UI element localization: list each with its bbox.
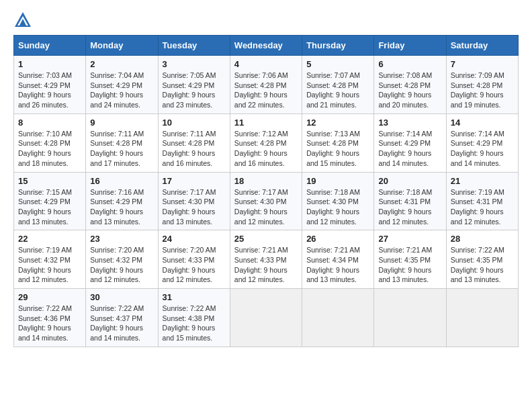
logo-icon <box>13 11 32 30</box>
calendar-cell: 25Sunrise: 7:21 AMSunset: 4:33 PMDayligh… <box>230 230 302 289</box>
day-number: 23 <box>90 234 153 244</box>
day-info: Sunrise: 7:22 AMSunset: 4:37 PMDaylight:… <box>90 304 153 343</box>
calendar-cell: 9Sunrise: 7:11 AMSunset: 4:28 PMDaylight… <box>86 113 158 172</box>
calendar-cell: 4Sunrise: 7:06 AMSunset: 4:28 PMDaylight… <box>230 56 302 114</box>
day-number: 15 <box>18 176 81 186</box>
day-info: Sunrise: 7:04 AMSunset: 4:29 PMDaylight:… <box>90 71 153 110</box>
calendar-cell: 23Sunrise: 7:20 AMSunset: 4:32 PMDayligh… <box>86 230 158 289</box>
day-info: Sunrise: 7:21 AMSunset: 4:33 PMDaylight:… <box>234 245 298 285</box>
day-number: 21 <box>451 176 514 186</box>
calendar-cell: 3Sunrise: 7:05 AMSunset: 4:29 PMDaylight… <box>158 56 230 114</box>
day-info: Sunrise: 7:17 AMSunset: 4:30 PMDaylight:… <box>163 187 226 227</box>
day-number: 18 <box>234 176 298 186</box>
day-number: 6 <box>378 59 441 69</box>
weekday-header-thursday: Thursday <box>302 36 374 56</box>
day-number: 30 <box>90 292 153 302</box>
calendar-cell <box>446 289 518 347</box>
day-number: 12 <box>306 118 369 128</box>
calendar-cell: 26Sunrise: 7:21 AMSunset: 4:34 PMDayligh… <box>302 230 374 289</box>
day-number: 8 <box>18 118 81 128</box>
weekday-header-tuesday: Tuesday <box>158 36 230 56</box>
day-info: Sunrise: 7:21 AMSunset: 4:34 PMDaylight:… <box>306 245 369 285</box>
calendar-week-row: 29Sunrise: 7:22 AMSunset: 4:36 PMDayligh… <box>14 289 519 347</box>
day-info: Sunrise: 7:21 AMSunset: 4:35 PMDaylight:… <box>378 245 441 285</box>
day-info: Sunrise: 7:12 AMSunset: 4:28 PMDaylight:… <box>234 129 298 169</box>
calendar-cell <box>302 289 374 347</box>
day-info: Sunrise: 7:14 AMSunset: 4:29 PMDaylight:… <box>378 129 441 169</box>
calendar-cell: 29Sunrise: 7:22 AMSunset: 4:36 PMDayligh… <box>14 289 86 347</box>
weekday-header-wednesday: Wednesday <box>230 36 302 56</box>
day-info: Sunrise: 7:22 AMSunset: 4:36 PMDaylight:… <box>18 304 81 343</box>
day-info: Sunrise: 7:18 AMSunset: 4:30 PMDaylight:… <box>306 187 369 227</box>
calendar-week-row: 22Sunrise: 7:19 AMSunset: 4:32 PMDayligh… <box>14 230 519 289</box>
day-number: 24 <box>163 234 226 244</box>
day-info: Sunrise: 7:16 AMSunset: 4:29 PMDaylight:… <box>90 187 153 227</box>
day-number: 4 <box>234 59 298 69</box>
day-number: 1 <box>18 59 81 69</box>
day-info: Sunrise: 7:10 AMSunset: 4:28 PMDaylight:… <box>18 129 81 169</box>
calendar-cell: 24Sunrise: 7:20 AMSunset: 4:33 PMDayligh… <box>158 230 230 289</box>
calendar-cell: 30Sunrise: 7:22 AMSunset: 4:37 PMDayligh… <box>86 289 158 347</box>
calendar-cell: 5Sunrise: 7:07 AMSunset: 4:28 PMDaylight… <box>302 56 374 114</box>
weekday-header-saturday: Saturday <box>446 36 518 56</box>
day-info: Sunrise: 7:13 AMSunset: 4:28 PMDaylight:… <box>306 129 369 169</box>
day-info: Sunrise: 7:15 AMSunset: 4:29 PMDaylight:… <box>18 187 81 227</box>
calendar-cell: 18Sunrise: 7:17 AMSunset: 4:30 PMDayligh… <box>230 172 302 230</box>
day-number: 13 <box>378 118 441 128</box>
calendar-cell <box>374 289 446 347</box>
calendar-cell: 19Sunrise: 7:18 AMSunset: 4:30 PMDayligh… <box>302 172 374 230</box>
day-info: Sunrise: 7:14 AMSunset: 4:29 PMDaylight:… <box>451 129 514 169</box>
calendar-cell: 10Sunrise: 7:11 AMSunset: 4:28 PMDayligh… <box>158 113 230 172</box>
weekday-header-row: SundayMondayTuesdayWednesdayThursdayFrid… <box>14 36 519 56</box>
day-number: 10 <box>163 118 226 128</box>
day-info: Sunrise: 7:20 AMSunset: 4:32 PMDaylight:… <box>90 245 153 285</box>
calendar-cell: 14Sunrise: 7:14 AMSunset: 4:29 PMDayligh… <box>446 113 518 172</box>
calendar-table: SundayMondayTuesdayWednesdayThursdayFrid… <box>13 35 519 347</box>
calendar-week-row: 15Sunrise: 7:15 AMSunset: 4:29 PMDayligh… <box>14 172 519 230</box>
header <box>13 11 519 30</box>
day-info: Sunrise: 7:09 AMSunset: 4:28 PMDaylight:… <box>451 71 514 110</box>
logo <box>13 11 35 30</box>
day-info: Sunrise: 7:05 AMSunset: 4:29 PMDaylight:… <box>163 71 226 110</box>
day-number: 27 <box>378 234 441 244</box>
day-number: 5 <box>306 59 369 69</box>
calendar-cell: 2Sunrise: 7:04 AMSunset: 4:29 PMDaylight… <box>86 56 158 114</box>
day-number: 7 <box>451 59 514 69</box>
calendar-cell: 7Sunrise: 7:09 AMSunset: 4:28 PMDaylight… <box>446 56 518 114</box>
day-info: Sunrise: 7:18 AMSunset: 4:31 PMDaylight:… <box>378 187 441 227</box>
calendar-cell: 20Sunrise: 7:18 AMSunset: 4:31 PMDayligh… <box>374 172 446 230</box>
day-info: Sunrise: 7:11 AMSunset: 4:28 PMDaylight:… <box>90 129 153 169</box>
calendar-week-row: 8Sunrise: 7:10 AMSunset: 4:28 PMDaylight… <box>14 113 519 172</box>
calendar-week-row: 1Sunrise: 7:03 AMSunset: 4:29 PMDaylight… <box>14 56 519 114</box>
calendar-cell: 22Sunrise: 7:19 AMSunset: 4:32 PMDayligh… <box>14 230 86 289</box>
calendar-cell: 28Sunrise: 7:22 AMSunset: 4:35 PMDayligh… <box>446 230 518 289</box>
day-number: 28 <box>451 234 514 244</box>
day-number: 2 <box>90 59 153 69</box>
calendar-cell: 6Sunrise: 7:08 AMSunset: 4:28 PMDaylight… <box>374 56 446 114</box>
day-number: 3 <box>163 59 226 69</box>
day-info: Sunrise: 7:19 AMSunset: 4:31 PMDaylight:… <box>451 187 514 227</box>
calendar-cell: 17Sunrise: 7:17 AMSunset: 4:30 PMDayligh… <box>158 172 230 230</box>
calendar-cell: 16Sunrise: 7:16 AMSunset: 4:29 PMDayligh… <box>86 172 158 230</box>
day-number: 16 <box>90 176 153 186</box>
day-number: 22 <box>18 234 81 244</box>
day-number: 19 <box>306 176 369 186</box>
weekday-header-friday: Friday <box>374 36 446 56</box>
day-number: 31 <box>163 292 226 302</box>
calendar-cell <box>230 289 302 347</box>
calendar-cell: 1Sunrise: 7:03 AMSunset: 4:29 PMDaylight… <box>14 56 86 114</box>
calendar-cell: 21Sunrise: 7:19 AMSunset: 4:31 PMDayligh… <box>446 172 518 230</box>
day-info: Sunrise: 7:08 AMSunset: 4:28 PMDaylight:… <box>378 71 441 110</box>
weekday-header-sunday: Sunday <box>14 36 86 56</box>
day-info: Sunrise: 7:19 AMSunset: 4:32 PMDaylight:… <box>18 245 81 285</box>
day-number: 11 <box>234 118 298 128</box>
day-info: Sunrise: 7:06 AMSunset: 4:28 PMDaylight:… <box>234 71 298 110</box>
calendar-cell: 15Sunrise: 7:15 AMSunset: 4:29 PMDayligh… <box>14 172 86 230</box>
calendar-cell: 12Sunrise: 7:13 AMSunset: 4:28 PMDayligh… <box>302 113 374 172</box>
day-number: 25 <box>234 234 298 244</box>
day-info: Sunrise: 7:11 AMSunset: 4:28 PMDaylight:… <box>163 129 226 169</box>
calendar-cell: 11Sunrise: 7:12 AMSunset: 4:28 PMDayligh… <box>230 113 302 172</box>
day-info: Sunrise: 7:17 AMSunset: 4:30 PMDaylight:… <box>234 187 298 227</box>
day-info: Sunrise: 7:07 AMSunset: 4:28 PMDaylight:… <box>306 71 369 110</box>
day-info: Sunrise: 7:22 AMSunset: 4:35 PMDaylight:… <box>451 245 514 285</box>
